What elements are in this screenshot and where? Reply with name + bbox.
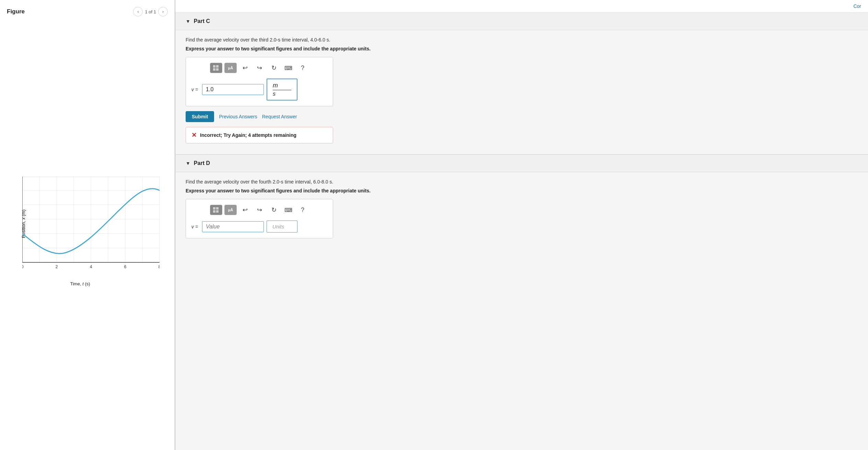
part-c-title: Part C bbox=[194, 18, 210, 24]
part-c-action-row: Submit Previous Answers Request Answer bbox=[186, 111, 858, 122]
right-panel: Cor ▼ Part C Find the average velocity o… bbox=[175, 0, 868, 450]
x-axis-label: Time, t (s) bbox=[70, 281, 90, 286]
matrix-button-c[interactable] bbox=[210, 63, 222, 73]
units-button-c[interactable]: μÅ bbox=[224, 63, 237, 73]
part-d-units-placeholder: Units bbox=[272, 224, 284, 229]
svg-text:6: 6 bbox=[124, 264, 126, 269]
request-answer-button-c[interactable]: Request Answer bbox=[262, 114, 297, 119]
part-d-toolbar: μÅ ↩ ↪ ↻ ⌨ ? bbox=[191, 205, 327, 215]
part-c-unit-numerator: m bbox=[273, 82, 291, 90]
graph-svg: 0 5 10 15 20 25 30 0 2 4 6 8 bbox=[22, 177, 160, 276]
svg-rect-34 bbox=[213, 207, 215, 210]
svg-text:8: 8 bbox=[158, 264, 159, 269]
next-figure-button[interactable]: › bbox=[158, 7, 168, 16]
refresh-button-c[interactable]: ↻ bbox=[268, 63, 280, 73]
units-button-d[interactable]: μÅ bbox=[224, 205, 237, 215]
help-button-d[interactable]: ? bbox=[296, 205, 309, 215]
submit-button-c[interactable]: Submit bbox=[186, 111, 214, 122]
part-d-variable-label: v = bbox=[191, 224, 198, 229]
svg-rect-33 bbox=[216, 68, 219, 71]
redo-button-d[interactable]: ↪ bbox=[253, 205, 266, 215]
svg-rect-37 bbox=[216, 210, 219, 213]
help-button-c[interactable]: ? bbox=[296, 63, 309, 73]
undo-button-c[interactable]: ↩ bbox=[239, 63, 251, 73]
part-d-answer-box: μÅ ↩ ↪ ↻ ⌨ ? v = Units bbox=[186, 199, 333, 238]
part-c-collapse-arrow[interactable]: ▼ bbox=[186, 19, 190, 24]
keyboard-button-c[interactable]: ⌨ bbox=[282, 63, 294, 73]
part-d-question: Find the average velocity over the fourt… bbox=[186, 179, 858, 185]
left-panel: Figure ‹ 1 of 1 › Position, x (m) bbox=[0, 0, 175, 450]
svg-rect-36 bbox=[213, 210, 215, 213]
svg-text:4: 4 bbox=[90, 264, 92, 269]
part-d-body: Find the average velocity over the fourt… bbox=[175, 172, 868, 249]
part-c-unit-denominator: s bbox=[273, 91, 291, 97]
part-c-variable-label: v = bbox=[191, 87, 198, 92]
part-d-instruction: Express your answer to two significant f… bbox=[186, 188, 858, 193]
figure-nav-count: 1 of 1 bbox=[145, 9, 156, 14]
part-c-answer-box: μÅ ↩ ↪ ↻ ⌨ ? v = m s bbox=[186, 57, 333, 106]
part-d-value-input[interactable] bbox=[202, 221, 264, 232]
graph-wrap: Position, x (m) bbox=[9, 177, 166, 286]
undo-button-d[interactable]: ↩ bbox=[239, 205, 251, 215]
part-c-units-display[interactable]: m s bbox=[267, 79, 297, 100]
part-c-value-input[interactable] bbox=[202, 84, 264, 95]
part-d-section: ▼ Part D Find the average velocity over … bbox=[175, 155, 868, 249]
part-c-status-text: Incorrect; Try Again; 4 attempts remaini… bbox=[200, 132, 296, 138]
part-c-section: ▼ Part C Find the average velocity over … bbox=[175, 13, 868, 154]
part-c-question: Find the average velocity over the third… bbox=[186, 37, 858, 43]
keyboard-button-d[interactable]: ⌨ bbox=[282, 205, 294, 215]
part-c-status-box: ✕ Incorrect; Try Again; 4 attempts remai… bbox=[186, 127, 333, 143]
part-d-header: ▼ Part D bbox=[175, 155, 868, 172]
svg-rect-32 bbox=[213, 68, 215, 71]
part-c-header: ▼ Part C bbox=[175, 13, 868, 30]
prev-figure-button[interactable]: ‹ bbox=[133, 7, 143, 16]
part-d-units-display[interactable]: Units bbox=[267, 221, 297, 233]
svg-rect-31 bbox=[216, 65, 219, 68]
svg-rect-35 bbox=[216, 207, 219, 210]
svg-rect-30 bbox=[213, 65, 215, 68]
figure-nav: ‹ 1 of 1 › bbox=[133, 7, 168, 16]
part-c-input-row: v = m s bbox=[191, 79, 327, 100]
figure-title: Figure bbox=[7, 8, 25, 15]
part-d-input-row: v = Units bbox=[191, 221, 327, 233]
redo-button-c[interactable]: ↪ bbox=[253, 63, 266, 73]
top-bar: Cor bbox=[175, 0, 868, 13]
matrix-button-d[interactable] bbox=[210, 205, 222, 215]
topbar-link[interactable]: Cor bbox=[853, 3, 861, 9]
part-d-title: Part D bbox=[194, 160, 210, 166]
svg-text:2: 2 bbox=[55, 264, 58, 269]
part-c-body: Find the average velocity over the third… bbox=[175, 30, 868, 154]
previous-answers-button-c[interactable]: Previous Answers bbox=[219, 114, 257, 119]
figure-header: Figure ‹ 1 of 1 › bbox=[7, 7, 168, 16]
part-c-toolbar: μÅ ↩ ↪ ↻ ⌨ ? bbox=[191, 63, 327, 73]
svg-text:0: 0 bbox=[22, 264, 24, 269]
part-c-instruction: Express your answer to two significant f… bbox=[186, 46, 858, 51]
error-icon-c: ✕ bbox=[191, 131, 197, 139]
graph-container: Position, x (m) bbox=[7, 20, 168, 443]
part-d-collapse-arrow[interactable]: ▼ bbox=[186, 161, 190, 166]
refresh-button-d[interactable]: ↻ bbox=[268, 205, 280, 215]
